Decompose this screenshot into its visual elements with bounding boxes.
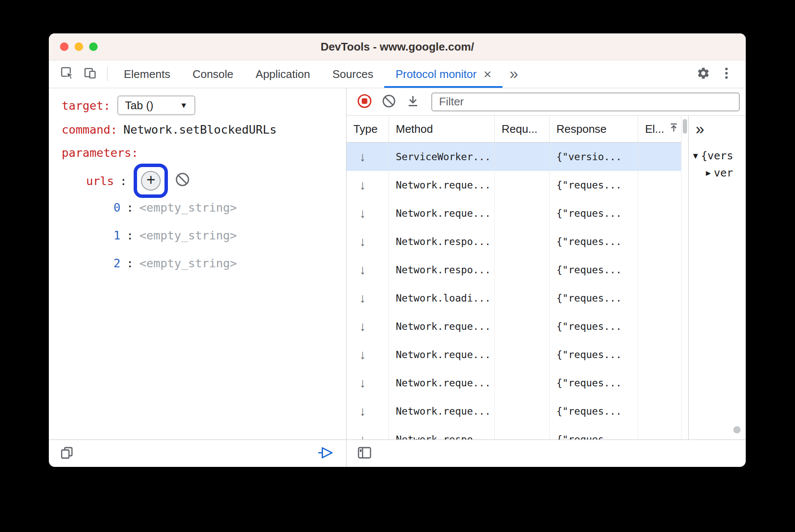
row-request bbox=[495, 227, 550, 256]
urls-key-label: urls bbox=[86, 174, 114, 188]
column-header-elapsed[interactable]: El... bbox=[638, 116, 681, 142]
copy-icon bbox=[60, 454, 74, 461]
target-row: target: Tab () ▼ bbox=[62, 95, 339, 116]
row-direction-icon: ↓ bbox=[347, 397, 389, 425]
chevron-down-icon: ▼ bbox=[180, 101, 188, 110]
inspect-cursor-icon bbox=[60, 66, 75, 82]
toggle-device-toolbar-button[interactable] bbox=[79, 60, 102, 88]
row-request bbox=[495, 397, 550, 425]
parameters-key-label: parameters: bbox=[62, 146, 138, 159]
target-select-value: Tab () bbox=[125, 99, 153, 112]
tabbar-spacer bbox=[525, 60, 692, 88]
row-method: Network.reque... bbox=[389, 341, 495, 369]
column-header-method[interactable]: Method bbox=[389, 116, 495, 142]
clear-log-button[interactable] bbox=[382, 94, 396, 110]
more-tabs-button[interactable]: » bbox=[502, 60, 525, 88]
row-direction-icon: ↓ bbox=[347, 425, 389, 439]
sort-ascending-icon bbox=[669, 123, 678, 136]
column-header-request[interactable]: Requ... bbox=[495, 116, 550, 142]
tree-node-label: {vers bbox=[701, 149, 733, 162]
entry-value[interactable]: <empty_string> bbox=[140, 257, 237, 270]
tree-node-child[interactable]: ▶ ver bbox=[706, 164, 746, 181]
save-log-button[interactable] bbox=[406, 94, 420, 110]
tab-sources[interactable]: Sources bbox=[321, 60, 384, 88]
target-select[interactable]: Tab () ▼ bbox=[117, 96, 195, 115]
vertical-scrollbar[interactable] bbox=[681, 116, 688, 439]
column-header-type[interactable]: Type bbox=[347, 116, 389, 142]
protocol-monitor-pane: Type Method Requ... Response El... bbox=[347, 88, 746, 467]
row-elapsed bbox=[638, 227, 681, 256]
tree-node-root[interactable]: ▼ {vers bbox=[693, 147, 746, 164]
monitor-toolbar bbox=[347, 88, 746, 116]
send-icon bbox=[317, 454, 335, 462]
table-row[interactable]: ↓ Network.respo... {"reques... bbox=[347, 256, 681, 284]
table-row[interactable]: ↓ Network.reque... {"reques... bbox=[347, 199, 681, 227]
table-row[interactable]: ↓ Network.reque... {"reques... bbox=[347, 369, 681, 397]
urls-parameter-row: urls : + bbox=[86, 163, 339, 199]
record-button[interactable] bbox=[357, 93, 372, 111]
row-elapsed bbox=[638, 143, 681, 171]
row-response: {"reques... bbox=[550, 425, 638, 439]
entry-value[interactable]: <empty_string> bbox=[140, 229, 237, 242]
command-value[interactable]: Network.setBlockedURLs bbox=[123, 123, 277, 136]
close-window-button[interactable] bbox=[60, 42, 69, 51]
add-url-button[interactable]: + bbox=[141, 171, 161, 191]
delete-parameter-button[interactable] bbox=[175, 172, 190, 190]
settings-button[interactable] bbox=[692, 60, 715, 88]
column-header-response[interactable]: Response bbox=[550, 116, 638, 142]
entry-colon: : bbox=[126, 229, 133, 242]
protocol-grid: Type Method Requ... Response El... bbox=[347, 116, 681, 439]
row-elapsed bbox=[638, 171, 681, 199]
close-tab-icon[interactable]: × bbox=[484, 67, 492, 81]
tab-console[interactable]: Console bbox=[181, 60, 244, 88]
row-direction-icon: ↓ bbox=[347, 369, 389, 397]
clear-icon bbox=[382, 94, 396, 110]
row-request bbox=[495, 425, 550, 439]
entry-value[interactable]: <empty_string> bbox=[140, 201, 237, 214]
horizontal-scrollbar-thumb[interactable] bbox=[733, 426, 741, 433]
table-row[interactable]: ↓ Network.reque... {"reques... bbox=[347, 397, 681, 425]
table-row[interactable]: ↓ Network.reque... {"reques... bbox=[347, 341, 681, 369]
device-toolbar-icon bbox=[83, 66, 98, 82]
command-editor: target: Tab () ▼ command: Network.setBlo… bbox=[49, 88, 346, 439]
filter-input[interactable] bbox=[431, 93, 740, 111]
toolbar-separator bbox=[107, 67, 108, 81]
row-response: {"versio... bbox=[550, 143, 638, 171]
table-row[interactable]: ↓ Network.reque... {"reques... bbox=[347, 171, 681, 199]
titlebar: DevTools - www.google.com/ bbox=[49, 33, 746, 60]
tree-node-label: ver bbox=[714, 167, 733, 179]
minimize-window-button[interactable] bbox=[75, 42, 83, 51]
command-row: command: Network.setBlockedURLs bbox=[62, 122, 339, 137]
table-row[interactable]: ↓ ServiceWorker... {"versio... bbox=[347, 143, 681, 171]
table-row[interactable]: ↓ Network.respo... {"reques... bbox=[347, 227, 681, 256]
table-row[interactable]: ↓ Network.loadi... {"reques... bbox=[347, 284, 681, 312]
expand-sidebar-button[interactable]: » bbox=[689, 116, 746, 143]
url-entry-row: 0 : <empty_string> bbox=[114, 200, 339, 215]
tab-elements[interactable]: Elements bbox=[113, 60, 181, 88]
gear-icon bbox=[696, 66, 710, 82]
send-command-button[interactable] bbox=[317, 445, 335, 462]
table-row[interactable]: ↓ Network.respo... {"reques... bbox=[347, 425, 681, 439]
parameters-row: parameters: bbox=[62, 145, 339, 160]
table-row[interactable]: ↓ Network.reque... {"reques... bbox=[347, 312, 681, 341]
toggle-sidebar-button[interactable] bbox=[357, 446, 372, 461]
inspect-element-button[interactable] bbox=[56, 60, 79, 88]
sidebar-panel-icon bbox=[357, 454, 372, 461]
row-direction-icon: ↓ bbox=[347, 284, 389, 312]
main-menu-button[interactable] bbox=[715, 60, 738, 88]
scrollbar-thumb[interactable] bbox=[683, 119, 687, 134]
command-editor-pane: target: Tab () ▼ command: Network.setBlo… bbox=[49, 88, 347, 467]
block-icon bbox=[175, 172, 190, 190]
response-json-tree: ▼ {vers ▶ ver bbox=[689, 143, 746, 181]
urls-colon: : bbox=[120, 174, 127, 188]
target-key-label: target: bbox=[62, 99, 111, 112]
tab-application[interactable]: Application bbox=[245, 60, 321, 88]
row-direction-icon: ↓ bbox=[347, 227, 389, 256]
tab-protocol-monitor[interactable]: Protocol monitor × bbox=[384, 60, 502, 88]
zoom-window-button[interactable] bbox=[89, 42, 98, 51]
row-elapsed bbox=[638, 425, 681, 439]
row-response: {"reques... bbox=[550, 199, 638, 227]
row-direction-icon: ↓ bbox=[347, 171, 389, 199]
copy-command-button[interactable] bbox=[60, 446, 74, 461]
desktop-background: DevTools - www.google.com/ bbox=[0, 0, 795, 532]
